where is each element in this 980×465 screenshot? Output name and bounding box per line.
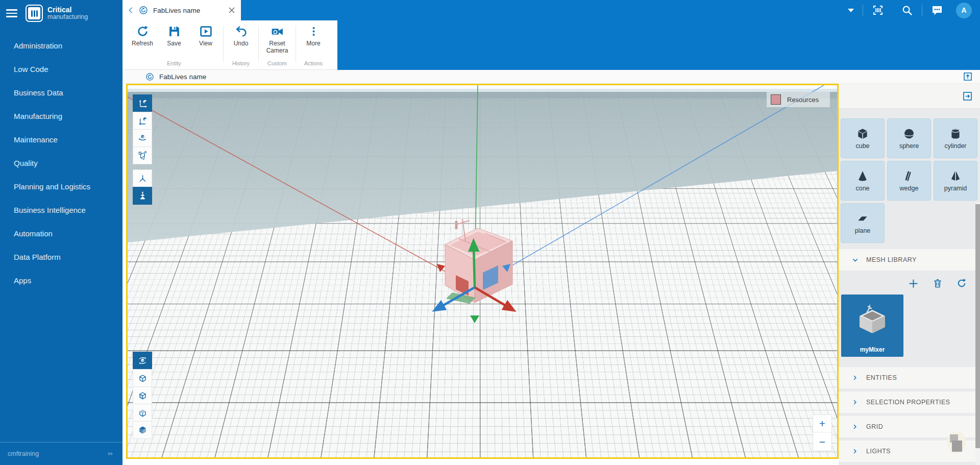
panel-scrollbar[interactable] bbox=[975, 202, 980, 465]
sidebar-item-manufacturing[interactable]: Manufacturing bbox=[0, 104, 122, 128]
shape-plane-button[interactable]: plane bbox=[841, 203, 885, 243]
sidebar-item-administration[interactable]: Administration bbox=[0, 34, 122, 57]
toolbar-group-entity: Refresh Save View Entity bbox=[126, 20, 223, 69]
shape-cube-button[interactable]: cube bbox=[841, 118, 885, 158]
front-view[interactable] bbox=[133, 386, 152, 404]
toolbar-group-custom: Reset Camera Custom bbox=[259, 20, 295, 69]
sidebar-item-business-data[interactable]: Business Data bbox=[0, 81, 122, 104]
section-entities[interactable]: ENTITIES bbox=[839, 367, 980, 388]
editor-side-panel: cube sphere cylinder cone wedge bbox=[839, 84, 980, 465]
toolbar-group-history: Undo History bbox=[224, 20, 258, 69]
mesh-item-mymixer[interactable]: myMixer bbox=[841, 295, 903, 357]
top-header: FabLives name Refresh Save bbox=[122, 0, 980, 70]
zoom-in-button[interactable]: + bbox=[813, 415, 831, 433]
avatar[interactable]: A bbox=[956, 3, 972, 18]
reset-camera-icon bbox=[271, 25, 284, 38]
chevron-right-icon bbox=[852, 424, 858, 430]
shape-pyramid-button[interactable]: pyramid bbox=[934, 161, 977, 201]
zoom-controls: + − bbox=[813, 414, 832, 451]
add-mesh-button[interactable] bbox=[908, 278, 919, 289]
sidebar-item-quality[interactable]: Quality bbox=[0, 151, 122, 175]
breadcrumb: FabLives name bbox=[122, 70, 980, 84]
floor-grid bbox=[128, 85, 837, 457]
search-icon[interactable] bbox=[893, 4, 922, 16]
origin-helper[interactable] bbox=[133, 187, 152, 205]
logo-text-light: manufacturing bbox=[47, 14, 88, 20]
camera-toolbar bbox=[133, 352, 152, 439]
collapse-panel-icon[interactable] bbox=[963, 92, 972, 101]
header-icons: A bbox=[839, 0, 972, 20]
tab-fablives[interactable]: FabLives name bbox=[122, 0, 241, 20]
move-tool[interactable] bbox=[133, 94, 152, 112]
zoom-out-button[interactable]: − bbox=[813, 433, 831, 451]
chevron-down-icon[interactable] bbox=[839, 4, 863, 16]
toolbar-group-label: History bbox=[224, 60, 258, 66]
sidebar-item-maintenance[interactable]: Maintenance bbox=[0, 128, 122, 151]
orbit-camera[interactable] bbox=[133, 352, 152, 370]
rotate-tool[interactable] bbox=[133, 129, 152, 147]
scale-tool[interactable] bbox=[133, 146, 152, 164]
plane-icon bbox=[856, 212, 869, 225]
mesh-library-section[interactable]: MESH LIBRARY bbox=[839, 249, 980, 271]
view-icon bbox=[200, 25, 212, 38]
toolbar-group-label: Custom bbox=[259, 60, 295, 66]
mixer-thumbnail bbox=[854, 304, 890, 335]
chevron-right-icon bbox=[852, 375, 858, 381]
back-chevron-icon[interactable] bbox=[128, 7, 134, 14]
toolbar-group-label: Actions bbox=[297, 60, 330, 66]
chevron-right-icon bbox=[852, 448, 858, 454]
mesh-library-label: MESH LIBRARY bbox=[866, 256, 917, 263]
move-snap-tool[interactable] bbox=[133, 112, 152, 130]
solid-render[interactable] bbox=[133, 421, 152, 439]
shape-cone-button[interactable]: cone bbox=[841, 161, 885, 201]
axes-helper[interactable] bbox=[133, 169, 152, 187]
refresh-icon bbox=[136, 25, 149, 38]
cylinder-icon bbox=[949, 127, 962, 140]
side-view[interactable] bbox=[133, 404, 152, 422]
sphere-icon bbox=[902, 127, 916, 140]
refresh-mesh-button[interactable] bbox=[957, 278, 967, 289]
undo-icon bbox=[235, 25, 248, 38]
logo-text-bold: Critical bbox=[47, 6, 88, 14]
section-selection-properties[interactable]: SELECTION PROPERTIES bbox=[839, 391, 980, 413]
critical-manufacturing-logo-icon bbox=[26, 5, 43, 22]
chevron-right-icon bbox=[852, 399, 858, 405]
more-dots-icon bbox=[307, 25, 320, 38]
3d-viewport[interactable]: Resources bbox=[126, 84, 839, 459]
perspective-view[interactable] bbox=[133, 369, 152, 387]
sidebar-item-automation[interactable]: Automation bbox=[0, 222, 122, 245]
chat-icon[interactable] bbox=[922, 4, 952, 16]
sidebar-item-planning-logistics[interactable]: Planning and Logistics bbox=[0, 175, 122, 198]
shape-cylinder-button[interactable]: cylinder bbox=[934, 118, 977, 158]
barcode-scan-icon[interactable] bbox=[863, 4, 893, 16]
sidebar: Critical manufacturing Administration Lo… bbox=[0, 0, 122, 465]
breadcrumb-title: FabLives name bbox=[159, 73, 206, 81]
sidebar-item-low-code[interactable]: Low Code bbox=[0, 57, 122, 81]
open-in-window-icon[interactable] bbox=[964, 72, 972, 81]
broadcast-icon bbox=[106, 449, 115, 458]
panel-header bbox=[839, 84, 980, 109]
sidebar-item-apps[interactable]: Apps bbox=[0, 268, 122, 292]
shape-wedge-button[interactable]: wedge bbox=[887, 161, 931, 201]
fablive-icon bbox=[145, 72, 154, 81]
sidebar-footer: cmftraining bbox=[0, 442, 122, 465]
close-icon[interactable] bbox=[229, 7, 235, 13]
transform-toolbar bbox=[133, 95, 152, 205]
delete-mesh-button[interactable] bbox=[933, 278, 943, 289]
scrollbar-thumb[interactable] bbox=[975, 204, 980, 448]
cone-icon bbox=[856, 169, 869, 183]
chevron-down-icon bbox=[852, 257, 859, 263]
legend-label: Resources bbox=[787, 96, 819, 104]
sidebar-nav: Administration Low Code Business Data Ma… bbox=[0, 34, 122, 292]
pyramid-icon bbox=[949, 169, 962, 183]
toolbar-group-actions: More Actions bbox=[297, 20, 330, 69]
app-logo[interactable]: Critical manufacturing bbox=[26, 5, 88, 22]
toolbar-group-label: Entity bbox=[126, 60, 223, 66]
sidebar-item-data-platform[interactable]: Data Platform bbox=[0, 245, 122, 268]
environment-name: cmftraining bbox=[8, 450, 39, 457]
shape-sphere-button[interactable]: sphere bbox=[887, 118, 931, 158]
menu-hamburger-icon[interactable] bbox=[6, 9, 17, 17]
primitive-shapes: cube sphere cylinder cone wedge bbox=[841, 118, 978, 243]
legend: Resources bbox=[767, 92, 830, 107]
sidebar-item-business-intelligence[interactable]: Business Intelligence bbox=[0, 198, 122, 222]
